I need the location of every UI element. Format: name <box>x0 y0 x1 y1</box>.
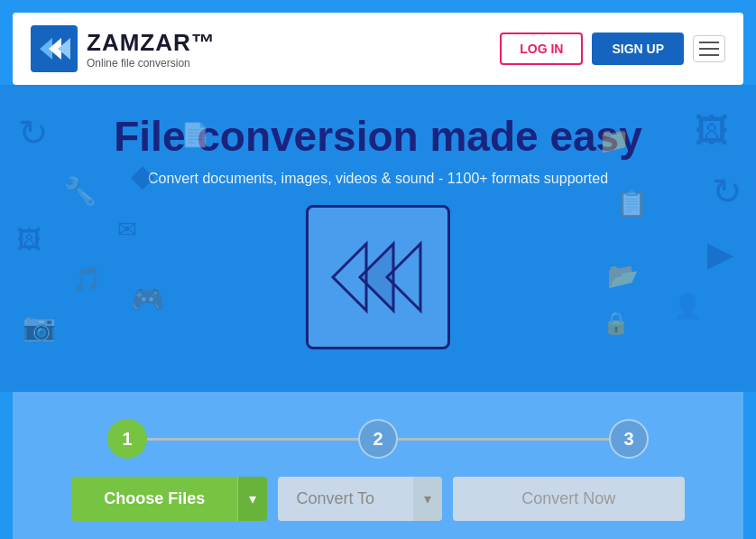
convert-to-group: Convert To ▾ <box>278 477 441 521</box>
dropdown-arrow-2: ▾ <box>424 491 431 506</box>
logo-area: ZAMZAR™ Online file conversion <box>31 25 216 72</box>
step-3: 3 <box>609 419 649 459</box>
bg-icon-image-r: 🖼 <box>695 112 729 151</box>
bg-icon-user-r: 👤 <box>673 293 702 321</box>
bg-icon-photo: 📷 <box>23 311 56 342</box>
bg-icon-lock-r: 🔒 <box>603 311 630 336</box>
login-button[interactable]: LOG IN <box>500 33 583 65</box>
logo-icon <box>31 25 78 72</box>
bg-icon-email: ✉ <box>117 216 137 244</box>
hamburger-line-3 <box>699 54 719 56</box>
action-buttons: Choose Files ▾ Convert To ▾ Convert Now <box>71 477 685 521</box>
hero-title-part1: File conversion made <box>114 113 549 160</box>
bg-icon-clipboard-r: 📂 <box>607 261 639 291</box>
choose-files-button[interactable]: Choose Files <box>71 477 237 521</box>
converter-bar: 1 2 3 Choose Files ▾ Convert To ▾ Conver… <box>13 392 743 539</box>
bg-icon-gamepad: 🎮 <box>131 283 164 315</box>
hamburger-line-1 <box>699 42 719 43</box>
logo-text: ZAMZAR™ Online file conversion <box>87 29 216 70</box>
bg-icon-wrench: 🔧 <box>63 175 97 207</box>
step-line-1 <box>147 438 358 441</box>
bg-icon-mp3: 🎵 <box>72 265 101 293</box>
bg-icon-image: 🖼 <box>16 225 41 255</box>
center-logo-icon <box>306 205 450 349</box>
convert-to-button[interactable]: Convert To <box>278 477 412 521</box>
navbar: ZAMZAR™ Online file conversion LOG IN SI… <box>13 13 743 85</box>
hero-section: ↻ 🔧 🖼 ◆ ✉ 🎵 🎮 📄 📷 🖼 ↻ ▶ 📁 📋 📂 👤 🔒 File c… <box>0 85 756 392</box>
logo-name: ZAMZAR™ <box>87 29 216 57</box>
nav-right: LOG IN SIGN UP <box>500 33 725 65</box>
hero-subtitle: Convert documents, images, videos & soun… <box>148 171 608 187</box>
hamburger-menu[interactable] <box>693 35 725 62</box>
step-1: 1 <box>107 419 147 459</box>
steps-indicator: 1 2 3 <box>107 419 649 459</box>
hamburger-line-2 <box>699 48 719 50</box>
bg-icon-refresh: ↻ <box>18 112 49 153</box>
hero-title-highlight: easy <box>549 113 641 160</box>
convert-now-button[interactable]: Convert Now <box>453 477 685 521</box>
convert-to-dropdown[interactable]: ▾ <box>413 477 442 521</box>
bg-icon-play-r: ▶ <box>707 234 733 274</box>
step-2: 2 <box>358 419 398 459</box>
hero-title: File conversion made easy <box>114 112 642 162</box>
dropdown-arrow-1: ▾ <box>249 491 256 506</box>
choose-files-group: Choose Files ▾ <box>71 477 267 521</box>
choose-files-dropdown[interactable]: ▾ <box>237 477 267 521</box>
bg-icon-refresh-r: ↻ <box>712 171 742 212</box>
step-line-2 <box>398 438 609 441</box>
bg-icon-file-r: 📋 <box>616 189 648 218</box>
signup-button[interactable]: SIGN UP <box>592 33 684 65</box>
logo-tagline: Online file conversion <box>87 57 216 70</box>
